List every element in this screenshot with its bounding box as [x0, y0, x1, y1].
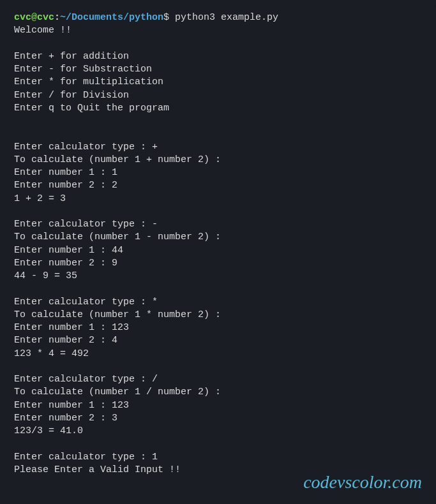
output-mul-n2: Enter number 2 : 4	[14, 334, 422, 347]
output-sub-n1: Enter number 1 : 44	[14, 244, 422, 257]
output-mul-type: Enter calculator type : *	[14, 296, 422, 309]
user-host: cvc@cvc	[14, 12, 54, 23]
output-div-calc: To calculate (number 1 / number 2) :	[14, 386, 422, 399]
output-mul-result: 123 * 4 = 492	[14, 348, 422, 360]
output-add-n1: Enter number 1 : 1	[14, 167, 422, 179]
output-sub-type: Enter calculator type : -	[14, 218, 422, 231]
output-menu-mul: Enter * for multiplication	[14, 76, 422, 89]
output-sub-n2: Enter number 2 : 9	[14, 257, 422, 270]
output-div-result: 123/3 = 41.0	[14, 425, 422, 438]
output-add-n2: Enter number 2 : 2	[14, 179, 422, 192]
prompt-dollar: $	[163, 12, 169, 23]
output-blank	[14, 205, 422, 218]
output-blank	[14, 128, 422, 140]
output-mul-n1: Enter number 1 : 123	[14, 322, 422, 334]
output-menu-quit: Enter q to Quit the program	[14, 102, 422, 115]
output-blank	[14, 38, 422, 50]
watermark-text: codevscolor.com	[303, 472, 422, 493]
output-div-type: Enter calculator type : /	[14, 373, 422, 386]
output-div-n2: Enter number 2 : 3	[14, 412, 422, 425]
output-div-n1: Enter number 1 : 123	[14, 399, 422, 412]
output-menu-add: Enter + for addition	[14, 50, 422, 63]
output-welcome: Welcome !!	[14, 24, 422, 37]
output-blank	[14, 438, 422, 450]
prompt-colon: :	[54, 12, 60, 23]
output-blank	[14, 360, 422, 373]
output-add-calc: To calculate (number 1 + number 2) :	[14, 154, 422, 167]
output-menu-div: Enter / for Division	[14, 89, 422, 102]
output-blank	[14, 115, 422, 128]
prompt-line: cvc@cvc:~/Documents/python$ python3 exam…	[14, 11, 422, 24]
output-blank	[14, 283, 422, 295]
output-mul-calc: To calculate (number 1 * number 2) :	[14, 309, 422, 322]
terminal-window[interactable]: cvc@cvc:~/Documents/python$ python3 exam…	[0, 0, 436, 504]
output-sub-result: 44 - 9 = 35	[14, 270, 422, 283]
prompt-path: ~/Documents/python	[60, 12, 163, 23]
output-invalid-type: Enter calculator type : 1	[14, 451, 422, 464]
output-add-result: 1 + 2 = 3	[14, 193, 422, 205]
output-add-type: Enter calculator type : +	[14, 141, 422, 154]
command-text: python3 example.py	[169, 12, 278, 23]
output-menu-sub: Enter - for Substraction	[14, 63, 422, 76]
output-sub-calc: To calculate (number 1 - number 2) :	[14, 231, 422, 244]
